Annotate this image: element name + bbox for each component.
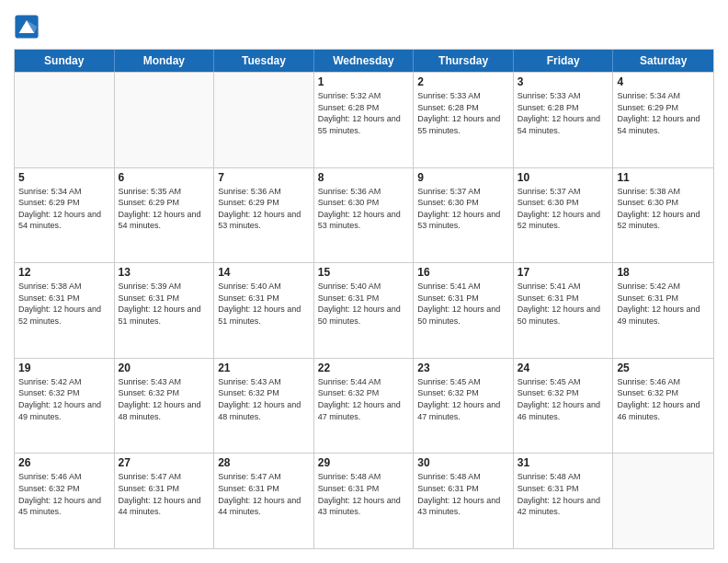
day-number: 11 — [617, 171, 710, 184]
day-number: 14 — [218, 266, 310, 279]
day-cell-10: 10Sunrise: 5:37 AMSunset: 6:30 PMDayligh… — [514, 168, 614, 263]
day-info: Sunrise: 5:36 AMSunset: 6:29 PMDaylight:… — [218, 186, 310, 232]
day-info: Sunrise: 5:34 AMSunset: 6:29 PMDaylight:… — [617, 90, 710, 136]
calendar-body: 1Sunrise: 5:32 AMSunset: 6:28 PMDaylight… — [15, 72, 713, 548]
day-number: 6 — [119, 171, 210, 184]
day-info: Sunrise: 5:38 AMSunset: 6:30 PMDaylight:… — [617, 186, 710, 232]
day-info: Sunrise: 5:42 AMSunset: 6:31 PMDaylight:… — [617, 281, 710, 327]
day-info: Sunrise: 5:45 AMSunset: 6:32 PMDaylight:… — [518, 376, 609, 422]
day-number: 30 — [417, 456, 509, 469]
day-info: Sunrise: 5:34 AMSunset: 6:29 PMDaylight:… — [18, 186, 110, 232]
day-info: Sunrise: 5:33 AMSunset: 6:28 PMDaylight:… — [518, 90, 609, 136]
empty-cell — [214, 73, 314, 167]
day-info: Sunrise: 5:32 AMSunset: 6:28 PMDaylight:… — [318, 90, 410, 136]
day-info: Sunrise: 5:40 AMSunset: 6:31 PMDaylight:… — [218, 281, 310, 327]
day-cell-3: 3Sunrise: 5:33 AMSunset: 6:28 PMDaylight… — [514, 73, 614, 167]
day-number: 10 — [518, 171, 609, 184]
day-number: 16 — [417, 266, 509, 279]
day-number: 8 — [318, 171, 410, 184]
header-day-tuesday: Tuesday — [214, 50, 314, 72]
day-cell-9: 9Sunrise: 5:37 AMSunset: 6:30 PMDaylight… — [414, 168, 514, 263]
day-info: Sunrise: 5:36 AMSunset: 6:30 PMDaylight:… — [318, 186, 410, 232]
header-day-monday: Monday — [115, 50, 215, 72]
day-cell-19: 19Sunrise: 5:42 AMSunset: 6:32 PMDayligh… — [15, 359, 115, 454]
day-info: Sunrise: 5:35 AMSunset: 6:29 PMDaylight:… — [119, 186, 210, 232]
day-cell-18: 18Sunrise: 5:42 AMSunset: 6:31 PMDayligh… — [613, 263, 713, 358]
day-cell-6: 6Sunrise: 5:35 AMSunset: 6:29 PMDaylight… — [115, 168, 215, 263]
day-info: Sunrise: 5:37 AMSunset: 6:30 PMDaylight:… — [518, 186, 609, 232]
day-cell-16: 16Sunrise: 5:41 AMSunset: 6:31 PMDayligh… — [414, 263, 514, 358]
day-number: 31 — [518, 456, 609, 469]
day-number: 20 — [119, 362, 210, 374]
day-number: 24 — [518, 362, 609, 374]
day-info: Sunrise: 5:37 AMSunset: 6:30 PMDaylight:… — [417, 186, 509, 232]
week-row-1: 1Sunrise: 5:32 AMSunset: 6:28 PMDaylight… — [15, 72, 713, 167]
day-number: 25 — [617, 362, 710, 374]
day-info: Sunrise: 5:43 AMSunset: 6:32 PMDaylight:… — [119, 376, 210, 422]
day-cell-1: 1Sunrise: 5:32 AMSunset: 6:28 PMDaylight… — [314, 73, 415, 167]
day-cell-27: 27Sunrise: 5:47 AMSunset: 6:31 PMDayligh… — [115, 454, 215, 548]
day-info: Sunrise: 5:39 AMSunset: 6:31 PMDaylight:… — [119, 281, 210, 327]
day-info: Sunrise: 5:48 AMSunset: 6:31 PMDaylight:… — [518, 471, 609, 517]
week-row-3: 12Sunrise: 5:38 AMSunset: 6:31 PMDayligh… — [15, 262, 713, 358]
day-info: Sunrise: 5:40 AMSunset: 6:31 PMDaylight:… — [318, 281, 410, 327]
page: SundayMondayTuesdayWednesdayThursdayFrid… — [0, 0, 728, 563]
day-number: 26 — [18, 456, 110, 469]
day-cell-11: 11Sunrise: 5:38 AMSunset: 6:30 PMDayligh… — [613, 168, 713, 263]
day-cell-26: 26Sunrise: 5:46 AMSunset: 6:32 PMDayligh… — [15, 454, 115, 548]
day-number: 23 — [417, 362, 509, 374]
day-cell-24: 24Sunrise: 5:45 AMSunset: 6:32 PMDayligh… — [514, 359, 614, 454]
logo — [14, 14, 43, 40]
day-number: 4 — [617, 75, 710, 88]
day-cell-13: 13Sunrise: 5:39 AMSunset: 6:31 PMDayligh… — [115, 263, 215, 358]
day-cell-8: 8Sunrise: 5:36 AMSunset: 6:30 PMDaylight… — [314, 168, 415, 263]
empty-cell — [613, 454, 713, 548]
header-day-saturday: Saturday — [613, 50, 713, 72]
day-cell-20: 20Sunrise: 5:43 AMSunset: 6:32 PMDayligh… — [115, 359, 215, 454]
day-info: Sunrise: 5:48 AMSunset: 6:31 PMDaylight:… — [417, 471, 509, 517]
day-cell-12: 12Sunrise: 5:38 AMSunset: 6:31 PMDayligh… — [15, 263, 115, 358]
day-number: 5 — [18, 171, 110, 184]
day-info: Sunrise: 5:42 AMSunset: 6:32 PMDaylight:… — [18, 376, 110, 422]
day-cell-17: 17Sunrise: 5:41 AMSunset: 6:31 PMDayligh… — [514, 263, 614, 358]
day-number: 2 — [417, 75, 509, 88]
day-number: 13 — [119, 266, 210, 279]
logo-icon — [14, 14, 40, 40]
day-cell-7: 7Sunrise: 5:36 AMSunset: 6:29 PMDaylight… — [214, 168, 314, 263]
day-cell-28: 28Sunrise: 5:47 AMSunset: 6:31 PMDayligh… — [214, 454, 314, 548]
day-number: 22 — [318, 362, 410, 374]
day-info: Sunrise: 5:38 AMSunset: 6:31 PMDaylight:… — [18, 281, 110, 327]
day-number: 7 — [218, 171, 310, 184]
day-info: Sunrise: 5:43 AMSunset: 6:32 PMDaylight:… — [218, 376, 310, 422]
day-info: Sunrise: 5:41 AMSunset: 6:31 PMDaylight:… — [518, 281, 609, 327]
day-cell-5: 5Sunrise: 5:34 AMSunset: 6:29 PMDaylight… — [15, 168, 115, 263]
day-cell-25: 25Sunrise: 5:46 AMSunset: 6:32 PMDayligh… — [613, 359, 713, 454]
header-day-thursday: Thursday — [414, 50, 514, 72]
day-cell-21: 21Sunrise: 5:43 AMSunset: 6:32 PMDayligh… — [214, 359, 314, 454]
day-number: 17 — [518, 266, 609, 279]
day-cell-30: 30Sunrise: 5:48 AMSunset: 6:31 PMDayligh… — [414, 454, 514, 548]
day-cell-31: 31Sunrise: 5:48 AMSunset: 6:31 PMDayligh… — [514, 454, 614, 548]
day-cell-22: 22Sunrise: 5:44 AMSunset: 6:32 PMDayligh… — [314, 359, 415, 454]
day-number: 1 — [318, 75, 410, 88]
day-number: 15 — [318, 266, 410, 279]
day-number: 27 — [119, 456, 210, 469]
day-info: Sunrise: 5:46 AMSunset: 6:32 PMDaylight:… — [617, 376, 710, 422]
day-number: 12 — [18, 266, 110, 279]
day-cell-15: 15Sunrise: 5:40 AMSunset: 6:31 PMDayligh… — [314, 263, 415, 358]
day-info: Sunrise: 5:47 AMSunset: 6:31 PMDaylight:… — [119, 471, 210, 517]
week-row-2: 5Sunrise: 5:34 AMSunset: 6:29 PMDaylight… — [15, 167, 713, 263]
empty-cell — [115, 73, 215, 167]
day-info: Sunrise: 5:47 AMSunset: 6:31 PMDaylight:… — [218, 471, 310, 517]
day-info: Sunrise: 5:44 AMSunset: 6:32 PMDaylight:… — [318, 376, 410, 422]
day-number: 28 — [218, 456, 310, 469]
header-day-friday: Friday — [514, 50, 614, 72]
week-row-4: 19Sunrise: 5:42 AMSunset: 6:32 PMDayligh… — [15, 358, 713, 454]
day-info: Sunrise: 5:46 AMSunset: 6:32 PMDaylight:… — [18, 471, 110, 517]
header — [14, 14, 714, 40]
day-cell-14: 14Sunrise: 5:40 AMSunset: 6:31 PMDayligh… — [214, 263, 314, 358]
day-number: 19 — [18, 362, 110, 374]
day-number: 18 — [617, 266, 710, 279]
empty-cell — [15, 73, 115, 167]
header-day-sunday: Sunday — [15, 50, 115, 72]
